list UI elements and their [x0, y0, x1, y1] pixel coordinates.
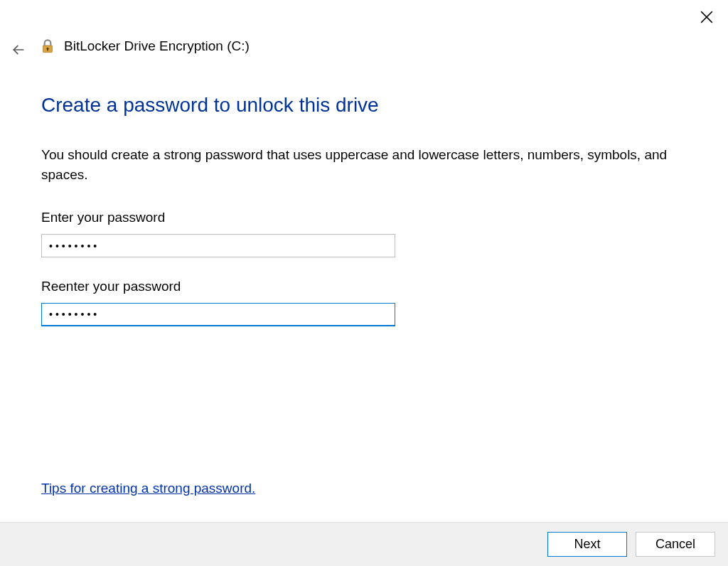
- reenter-password-label: Reenter your password: [41, 279, 700, 294]
- close-icon: [700, 11, 713, 26]
- arrow-left-icon: [12, 43, 25, 59]
- tips-link[interactable]: Tips for creating a strong password.: [41, 481, 255, 496]
- header: BitLocker Drive Encryption (C:): [38, 37, 250, 55]
- reenter-password-input[interactable]: [41, 303, 395, 326]
- svg-rect-5: [47, 48, 48, 50]
- enter-password-input[interactable]: [41, 234, 395, 257]
- cancel-button[interactable]: Cancel: [636, 532, 715, 557]
- bitlocker-icon: [38, 37, 57, 55]
- back-button[interactable]: [10, 43, 27, 60]
- page-heading: Create a password to unlock this drive: [41, 94, 700, 117]
- instruction-text: You should create a strong password that…: [41, 145, 695, 184]
- footer: Next Cancel: [0, 522, 728, 566]
- next-button[interactable]: Next: [547, 532, 627, 557]
- close-button[interactable]: [698, 10, 715, 27]
- enter-password-label: Enter your password: [41, 210, 700, 225]
- window-title: BitLocker Drive Encryption (C:): [64, 38, 250, 54]
- content-area: Create a password to unlock this drive Y…: [41, 94, 700, 348]
